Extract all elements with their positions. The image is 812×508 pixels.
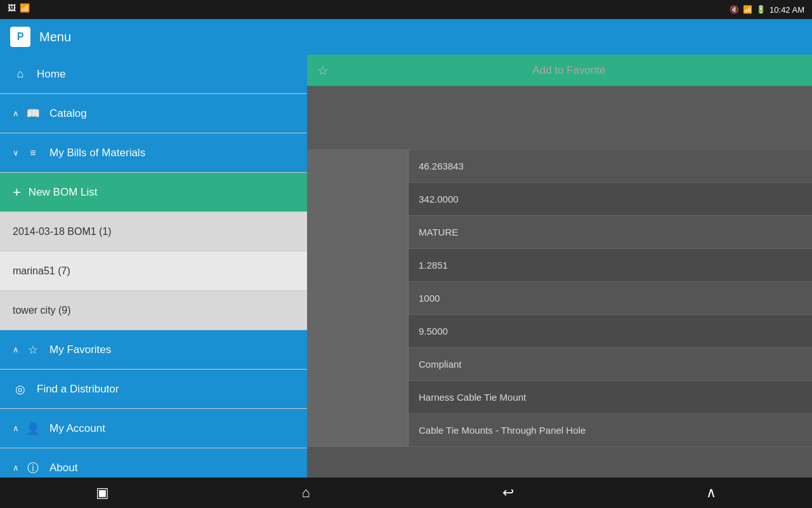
wifi-icon: 📶 (743, 5, 752, 14)
cell-right-5: 9.5000 (409, 326, 812, 337)
table-row: Harness Cable Tie Mount (307, 381, 812, 414)
catalog-label: Catalog (49, 107, 87, 120)
scroll-up-button[interactable]: ∧ (693, 479, 729, 506)
cell-left-7 (307, 381, 409, 413)
data-rows-container: 46.263843 342.0000 MATURE 1.2851 1000 9. (307, 150, 812, 478)
favorites-icon: ☆ (25, 343, 41, 357)
cell-left-5 (307, 315, 409, 347)
distributor-label: Find a Distributor (37, 383, 119, 396)
favorites-label: My Favorites (49, 344, 111, 356)
about-chevron: ∧ (13, 463, 19, 472)
about-label: About (49, 462, 77, 474)
plus-icon: + (13, 184, 21, 201)
content-top-section (307, 86, 812, 150)
cell-right-4: 1000 (409, 293, 812, 304)
bom-list-item-2[interactable]: tower city (9) (0, 291, 307, 330)
cell-left-0 (307, 150, 409, 182)
bom-list-label-2: tower city (9) (13, 305, 71, 316)
sidebar-item-distributor[interactable]: ◎ Find a Distributor (0, 370, 307, 409)
signal-icon: 📶 (20, 3, 30, 13)
sidebar-item-catalog[interactable]: ∧ 📖 Catalog (0, 94, 307, 133)
cell-right-1: 342.0000 (409, 194, 812, 204)
top-bar: P Menu (0, 19, 812, 55)
sidebar-item-home[interactable]: ⌂ Home (0, 55, 307, 94)
home-label: Home (37, 68, 65, 81)
app-logo: P (10, 27, 30, 47)
bottom-nav-bar: ▣ ⌂ ↩ ∧ (0, 478, 812, 508)
catalog-icon: 📖 (25, 107, 41, 121)
cell-left-2 (307, 216, 409, 248)
bom-list-label-1: marina51 (7) (13, 265, 70, 277)
bom-list-label-0: 2014-03-18 BOM1 (1) (13, 226, 112, 237)
cell-right-6: Compliant (409, 359, 812, 370)
back-button[interactable]: ↩ (490, 479, 527, 506)
table-row: 342.0000 (307, 183, 812, 216)
bom-label: My Bills of Materials (49, 147, 145, 159)
table-row: Cable Tie Mounts - Through Panel Hole (307, 414, 812, 447)
time-display: 10:42 AM (769, 5, 804, 15)
cell-left-3 (307, 249, 409, 281)
bom-icon: ≡ (25, 147, 41, 159)
bom-list-item-0[interactable]: 2014-03-18 BOM1 (1) (0, 212, 307, 251)
bom-chevron: ∨ (13, 148, 19, 157)
sidebar: ⌂ Home ∧ 📖 Catalog ∨ ≡ My Bills of Mater… (0, 55, 307, 478)
add-favorite-label: Add to Favorite (336, 64, 802, 77)
add-favorite-bar[interactable]: ☆ Add to Favorite (307, 55, 812, 86)
main-layout: ⌂ Home ∧ 📖 Catalog ∨ ≡ My Bills of Mater… (0, 55, 812, 478)
sidebar-item-favorites[interactable]: ∧ ☆ My Favorites (0, 330, 307, 370)
mute-icon: 🔇 (730, 5, 739, 14)
home-icon: ⌂ (13, 67, 28, 81)
home-button[interactable]: ⌂ (289, 479, 322, 506)
account-chevron: ∧ (13, 424, 19, 433)
cell-left-1 (307, 183, 409, 215)
account-icon: 👤 (25, 422, 41, 436)
table-row: 9.5000 (307, 315, 812, 348)
new-bom-label: New BOM List (29, 186, 98, 199)
recent-apps-button[interactable]: ▣ (83, 479, 122, 506)
new-bom-button[interactable]: + New BOM List (0, 173, 307, 212)
status-bar-left-icons: 🖼 📶 (8, 3, 30, 13)
content-area: ☆ Add to Favorite 46.263843 342.0000 MAT… (307, 55, 812, 478)
table-row: 1.2851 (307, 249, 812, 282)
about-icon: ⓘ (25, 460, 41, 476)
table-row: 46.263843 (307, 150, 812, 183)
cell-right-3: 1.2851 (409, 260, 812, 271)
distributor-icon: ◎ (13, 382, 28, 396)
cell-right-2: MATURE (409, 227, 812, 237)
cell-left-4 (307, 282, 409, 314)
account-label: My Account (49, 422, 105, 435)
sidebar-item-account[interactable]: ∧ 👤 My Account (0, 409, 307, 448)
photo-icon: 🖼 (8, 3, 16, 13)
table-row: Compliant (307, 348, 812, 381)
favorites-chevron: ∧ (13, 345, 19, 354)
cell-right-0: 46.263843 (409, 161, 812, 171)
catalog-chevron: ∧ (13, 109, 19, 118)
sidebar-item-bom[interactable]: ∨ ≡ My Bills of Materials (0, 133, 307, 173)
sidebar-item-about[interactable]: ∧ ⓘ About (0, 448, 307, 478)
menu-title: Menu (39, 30, 71, 44)
star-icon: ☆ (317, 63, 329, 78)
table-row: MATURE (307, 216, 812, 249)
cell-right-7: Harness Cable Tie Mount (409, 392, 812, 403)
bom-list-item-1[interactable]: marina51 (7) (0, 251, 307, 291)
battery-icon: 🔋 (756, 5, 766, 14)
cell-left-8 (307, 414, 409, 446)
cell-right-8: Cable Tie Mounts - Through Panel Hole (409, 425, 812, 436)
table-row: 1000 (307, 282, 812, 315)
cell-left-6 (307, 348, 409, 380)
status-bar: 🖼 📶 🔇 📶 🔋 10:42 AM (0, 0, 812, 19)
status-icons: 🔇 📶 🔋 10:42 AM (730, 5, 804, 15)
